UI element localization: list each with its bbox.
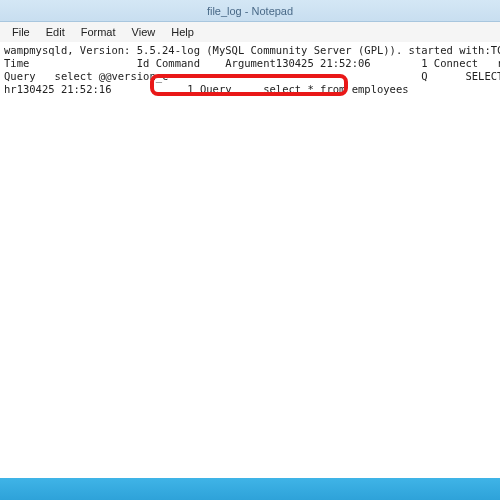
taskbar bbox=[0, 478, 500, 500]
title-bar: file_log - Notepad bbox=[0, 0, 500, 22]
menu-bar: File Edit Format View Help bbox=[0, 22, 500, 42]
menu-file[interactable]: File bbox=[4, 24, 38, 40]
menu-view[interactable]: View bbox=[124, 24, 164, 40]
log-line-2: Time Id Command Argument130425 21:52:06 … bbox=[4, 57, 500, 69]
window-title: file_log - Notepad bbox=[207, 5, 293, 17]
log-line-1: wampmysqld, Version: 5.5.24-log (MySQL C… bbox=[4, 44, 500, 56]
menu-format[interactable]: Format bbox=[73, 24, 124, 40]
text-editor-content[interactable]: wampmysqld, Version: 5.5.24-log (MySQL C… bbox=[0, 42, 500, 478]
menu-help[interactable]: Help bbox=[163, 24, 202, 40]
log-line-3: Query select @@version_c Q SELECT DATABA… bbox=[4, 70, 500, 82]
menu-edit[interactable]: Edit bbox=[38, 24, 73, 40]
log-line-4: hr130425 21:52:16 1 Query select * from … bbox=[4, 83, 409, 95]
